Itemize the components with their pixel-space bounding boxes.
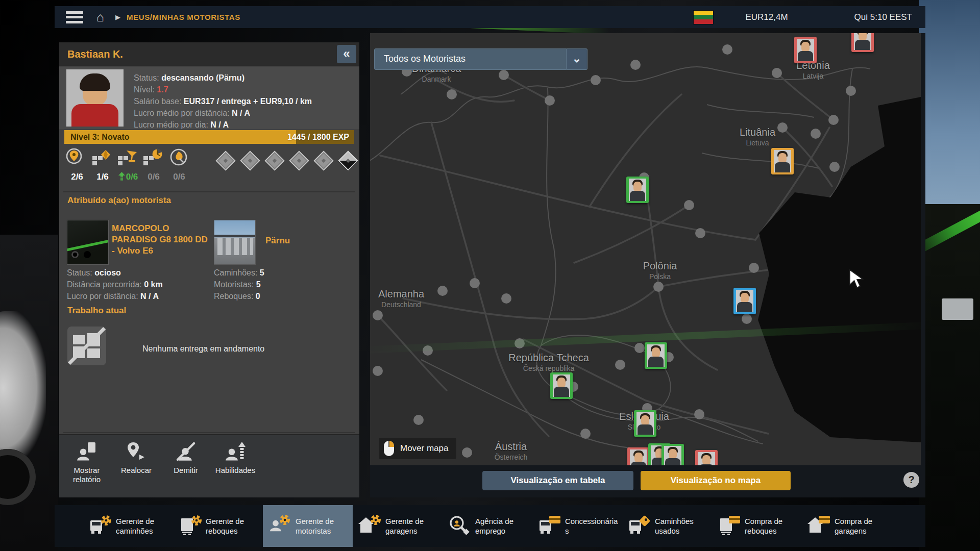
garage-manager-icon [358,514,381,538]
skill-valuable-cargo-icon [90,147,115,171]
current-job-heading: Trabalho atual [67,306,126,316]
nav-used-trucks[interactable]: Caminhões usados [622,505,712,547]
demitir-button[interactable]: Demitir [163,440,208,475]
driver-filter-value[interactable]: Todos os Motoristas [374,48,567,70]
breadcrumb[interactable]: MEUS/MINHAS MOTORISTAS [127,13,240,21]
driver-profile-row: Status: descansando (Pärnu) [134,72,355,84]
map-view-button[interactable]: Visualização no mapa [641,471,791,490]
driver-map-marker[interactable] [771,148,794,174]
adr-badges-row [216,152,357,170]
skill-long-distance-icon [64,147,90,171]
driver-avatar [66,69,124,127]
stat-row: Motoristas: 5 [214,279,357,290]
move-map-label: Mover mapa [400,443,448,454]
skill-fragile-cargo-block: 0/6 [115,147,141,185]
nav-truck-manager[interactable]: Gerente de caminhões [83,505,173,547]
driver-map-marker[interactable] [550,372,573,399]
bus-detail [942,298,973,320]
collapse-panel-button[interactable]: « [337,45,356,63]
nav-garage-shop[interactable]: Compra de garagens [802,505,892,547]
nav-label: Gerente de garagens [385,516,440,536]
nav-label: Concessionárias [565,516,620,536]
habilidades-button[interactable]: Habilidades [213,440,258,475]
lithuania-flag-icon [693,10,714,24]
stat-value: ocioso [94,268,121,277]
driver-profile-row: Salário base: EUR317 / entrega + EUR9,10… [134,95,355,107]
stat-row: Caminhões: 5 [214,267,357,279]
stat-label: Reboques: [214,292,256,300]
nav-driver-manager[interactable]: Gerente de motoristas [263,505,353,547]
adr-oxidizing-badge [313,151,334,171]
profile-value: N / A [210,120,229,129]
menu-icon[interactable] [66,11,83,23]
stat-value: 0 km [144,280,162,289]
adr-gases-badge [240,151,260,171]
world-map[interactable]: DinamarcaDanmarkLetôniaLatvijaLituâniaLi… [370,33,921,465]
truck-stats: Status: ociosoDistância percorrida: 0 km… [67,267,210,302]
mostrar-relat-rio-button[interactable]: Mostrar relatório [64,440,109,484]
driver-map-marker[interactable] [794,37,817,63]
dealer-icon [537,514,561,538]
assigned-garage-name[interactable]: Pärnu [265,235,362,246]
realocar-button[interactable]: Realocar [114,440,159,475]
marker-avatar [636,412,654,435]
chevron-down-icon[interactable]: ⌄ [567,48,587,70]
driver-map-marker[interactable] [645,342,667,369]
nav-employment-agency[interactable]: Agência de emprego [443,505,532,547]
stat-row: Lucro por distância: N / A [67,290,210,302]
report-icon [64,440,109,465]
marker-avatar [797,39,814,61]
driver-map-marker[interactable] [634,410,656,437]
action-label: Realocar [114,466,159,475]
no-delivery-icon [67,326,107,368]
adr-flammable-solids-badge [289,151,309,171]
driver-map-marker[interactable] [851,33,874,52]
marker-avatar [774,150,791,172]
nav-garage-manager[interactable]: Gerente de garagens [353,505,443,547]
home-icon[interactable]: ⌂ [96,11,104,23]
nav-trailer-shop[interactable]: Compra de reboques [712,505,802,547]
assigned-garage-thumbnail[interactable] [214,220,256,265]
assigned-truck-name[interactable]: MARCOPOLO PARADISO G8 1800 DD - Volvo E6 [112,223,209,257]
profile-label: Lucro médio por dia: [134,120,210,129]
driver-map-marker[interactable] [662,444,684,465]
action-label: Mostrar relatório [64,466,109,484]
skill-urgent-delivery-icon [141,147,166,171]
driver-profile-row: Nível: 1.7 [134,84,355,95]
nav-label: Gerente de motoristas [296,516,351,536]
stat-value: 5 [256,280,261,289]
skill-long-distance-block: 2/6 [64,147,90,185]
skill-urgent-delivery-block: 0/6 [141,147,166,185]
skill-fraction: 2/6 [71,172,83,182]
help-button[interactable]: ? [903,472,919,488]
action-label: Demitir [163,466,208,475]
table-view-button[interactable]: Visualização em tabela [482,471,633,490]
adr-explosives-badge [215,151,236,171]
driver-info-section: Status: descansando (Pärnu)Nível: 1.7Sal… [59,67,359,129]
marker-avatar [647,344,665,367]
driver-map-marker[interactable] [733,288,756,314]
management-nav-bar: Gerente de caminhõesGerente de reboquesG… [55,505,925,547]
driver-map-marker[interactable] [695,450,718,465]
driver-map-marker[interactable] [626,177,649,203]
trailer-shop-icon [717,514,741,538]
driver-map-marker[interactable] [627,447,650,465]
marker-avatar [630,449,647,465]
assigned-truck-thumbnail[interactable] [67,220,109,265]
profile-value: N / A [232,109,250,117]
nav-dealer[interactable]: Concessionárias [532,505,622,547]
nav-trailer-manager[interactable]: Gerente de reboques [173,505,263,547]
marker-avatar [698,452,715,465]
profile-label: Lucro médio por distância: [134,109,232,117]
move-map-hint: Mover mapa [379,438,456,459]
stat-value: 0 [256,292,260,300]
profile-value: EUR317 / entrega + EUR9,10 / km [184,97,312,106]
driver-filter-dropdown[interactable]: Todos os Motoristas ⌄ [374,48,587,70]
stat-label: Caminhões: [214,268,260,277]
skill-fraction: 0/6 [126,172,138,182]
stat-value: 5 [260,268,264,277]
stat-label: Motoristas: [214,280,256,289]
sky-background [919,0,980,224]
used-trucks-icon [627,514,651,538]
nav-label: Caminhões usados [655,516,710,536]
